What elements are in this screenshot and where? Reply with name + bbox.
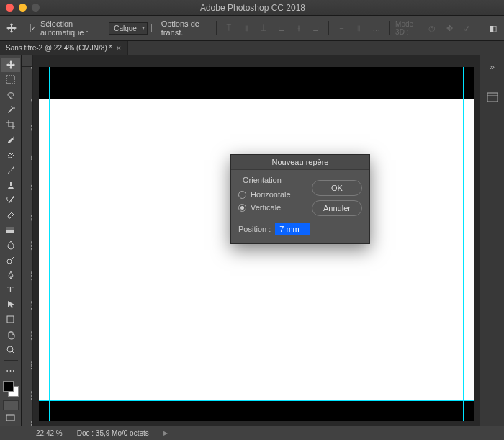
guide-vertical[interactable]: [463, 67, 464, 421]
auto-select-label: Sélection automatique :: [40, 19, 105, 37]
quick-mask-toggle[interactable]: [3, 400, 19, 410]
vertical-ruler[interactable]: -20020406080100120140160180200220: [22, 67, 33, 426]
guide-vertical[interactable]: [49, 67, 50, 421]
transform-options-checkbox[interactable]: Options de transf.: [151, 19, 210, 37]
orientation-horizontal-radio[interactable]: Horizontale: [238, 189, 306, 200]
svg-rect-6: [6, 415, 14, 421]
minimize-traffic-light[interactable]: [19, 4, 27, 12]
svg-rect-4: [7, 316, 14, 323]
history-brush-tool[interactable]: [1, 192, 20, 207]
guide-horizontal[interactable]: [39, 99, 474, 99]
toolbox: T ⋯: [0, 55, 22, 426]
svg-rect-7: [487, 93, 498, 102]
document-canvas[interactable]: [39, 99, 474, 401]
document-tab-bar: Sans titre-2 @ 22,4% (CMJN/8) * ✕: [0, 41, 504, 55]
window-titlebar: Adobe Photoshop CC 2018: [0, 0, 504, 16]
more-align-icon[interactable]: …: [369, 19, 383, 37]
close-traffic-light[interactable]: [6, 4, 14, 12]
separator: [216, 21, 217, 35]
mode3d-orbit-icon[interactable]: ◎: [426, 19, 439, 37]
mode3d-label: Mode 3D :: [395, 20, 422, 36]
canvas-matte: [39, 401, 474, 421]
guide-horizontal[interactable]: [39, 400, 474, 401]
separator: [389, 21, 390, 35]
align-vcenter-icon[interactable]: ⫴: [240, 19, 253, 37]
expand-panels-icon[interactable]: »: [484, 60, 501, 74]
radio-icon: [238, 191, 246, 199]
position-label: Position :: [238, 225, 271, 233]
marquee-tool[interactable]: [1, 73, 20, 87]
shape-tool[interactable]: [1, 313, 20, 327]
right-panel-dock: »: [480, 55, 504, 426]
status-flyout-icon[interactable]: ▶: [163, 430, 168, 436]
orientation-group-label: Orientation: [243, 176, 306, 184]
screen-mode-toggle[interactable]: [1, 411, 20, 426]
toggle-panels-icon[interactable]: ◧: [486, 19, 500, 37]
align-top-icon[interactable]: ⟙: [222, 19, 236, 37]
lasso-tool[interactable]: [1, 88, 20, 102]
dodge-tool[interactable]: [1, 253, 20, 267]
svg-point-3: [7, 259, 12, 264]
zoom-tool[interactable]: [1, 343, 20, 357]
canvas-matte: [39, 67, 474, 99]
path-selection-tool[interactable]: [1, 297, 20, 312]
properties-panel-icon[interactable]: [484, 90, 501, 104]
crop-tool[interactable]: [1, 117, 20, 132]
svg-rect-1: [6, 230, 14, 233]
ruler-origin[interactable]: [22, 55, 33, 67]
hand-tool[interactable]: [1, 328, 20, 342]
orientation-horizontal-label: Horizontale: [251, 190, 291, 199]
eraser-tool[interactable]: [1, 207, 20, 222]
canvas-viewport[interactable]: [33, 67, 480, 426]
mode3d-zoom-icon[interactable]: ⤢: [460, 19, 474, 37]
separator: [480, 21, 480, 35]
svg-rect-2: [6, 227, 14, 230]
clone-stamp-tool[interactable]: [1, 178, 20, 192]
status-bar: 22,42 % Doc : 35,9 Mo/0 octets ▶: [0, 426, 504, 440]
align-bottom-icon[interactable]: ⟘: [257, 19, 271, 37]
transform-options-label: Options de transf.: [161, 19, 210, 37]
document-tab-label: Sans titre-2 @ 22,4% (CMJN/8) *: [6, 44, 112, 52]
svg-point-5: [7, 346, 13, 352]
separator: [328, 21, 329, 35]
cancel-button[interactable]: Annuler: [312, 200, 362, 216]
auto-select-target-value: Calque: [114, 24, 137, 32]
edit-toolbar-icon[interactable]: ⋯: [1, 364, 20, 378]
brush-tool[interactable]: [1, 163, 20, 177]
document-tab[interactable]: Sans titre-2 @ 22,4% (CMJN/8) * ✕: [0, 41, 128, 55]
zoom-traffic-light[interactable]: [32, 4, 40, 12]
foreground-color-swatch[interactable]: [3, 381, 14, 392]
distribute-v-icon[interactable]: ⦀: [352, 19, 366, 37]
separator: [24, 21, 24, 35]
align-right-icon[interactable]: ⊐: [309, 19, 323, 37]
auto-select-target-dropdown[interactable]: Calque: [109, 22, 148, 35]
orientation-vertical-label: Verticale: [251, 203, 281, 212]
app-title: Adobe Photoshop CC 2018: [45, 3, 504, 13]
align-hcenter-icon[interactable]: ⫲: [292, 19, 305, 37]
pen-tool[interactable]: [1, 268, 20, 282]
align-left-icon[interactable]: ⊏: [274, 19, 288, 37]
zoom-level[interactable]: 22,42 %: [36, 429, 63, 437]
color-swatches[interactable]: [3, 381, 19, 397]
ok-button[interactable]: OK: [312, 180, 362, 196]
distribute-h-icon[interactable]: ≡: [335, 19, 348, 37]
separator: [4, 360, 18, 361]
svg-rect-0: [6, 76, 14, 84]
auto-select-checkbox[interactable]: ✓ Sélection automatique :: [30, 19, 105, 37]
blur-tool[interactable]: [1, 238, 20, 252]
dialog-title: Nouveau repère: [231, 155, 369, 170]
mode3d-pan-icon[interactable]: ✥: [443, 19, 456, 37]
type-tool[interactable]: T: [1, 282, 20, 297]
gradient-tool[interactable]: [1, 223, 20, 237]
orientation-vertical-radio[interactable]: Verticale: [238, 202, 306, 213]
position-input[interactable]: 7 mm: [275, 223, 310, 235]
magic-wand-tool[interactable]: [1, 102, 20, 117]
options-bar: ✓ Sélection automatique : Calque Options…: [0, 16, 504, 41]
close-tab-icon[interactable]: ✕: [116, 45, 122, 52]
move-tool[interactable]: [1, 58, 20, 72]
eyedropper-tool[interactable]: [1, 133, 20, 147]
new-guide-dialog: Nouveau repère Orientation Horizontale V…: [230, 154, 370, 244]
healing-brush-tool[interactable]: [1, 148, 20, 162]
document-info[interactable]: Doc : 35,9 Mo/0 octets: [77, 429, 149, 437]
move-tool-indicator-icon[interactable]: [4, 19, 18, 37]
